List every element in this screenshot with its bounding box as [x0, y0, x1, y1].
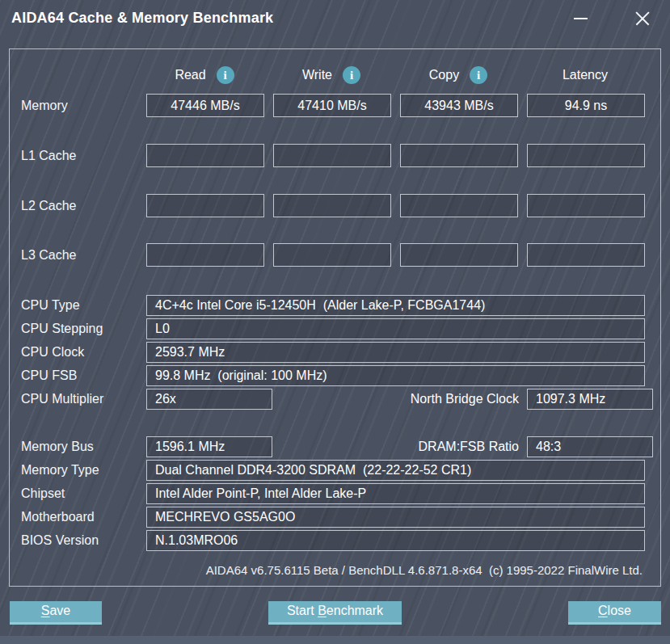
label-north-bridge-clock: North Bridge Clock — [325, 389, 519, 410]
column-header-read-label: Read — [175, 68, 205, 82]
save-button[interactable]: Save — [10, 601, 102, 625]
row-label-bios-version: BIOS Version — [21, 530, 146, 551]
label-dram-fsb-ratio: DRAM:FSB Ratio — [325, 436, 519, 457]
minimize-icon — [574, 18, 588, 19]
row-label-cpu-stepping: CPU Stepping — [21, 318, 146, 339]
cpu-fsb-value: 99.8 MHz (original: 100 MHz) — [146, 365, 645, 386]
memory-bus-value: 1596.1 MHz — [146, 436, 272, 457]
close-button-label-post: lose — [608, 604, 631, 618]
l3-read-value — [146, 243, 264, 267]
l2-write-value — [273, 194, 391, 217]
memory-write-value: 47410 MB/s — [273, 94, 391, 117]
row-label-motherboard: Motherboard — [21, 507, 146, 528]
row-label-l3-cache: L3 Cache — [21, 243, 146, 267]
cpu-multiplier-value: 26x — [146, 389, 272, 410]
column-header-latency-label: Latency — [563, 68, 608, 82]
info-icon[interactable]: i — [343, 66, 360, 84]
info-icon[interactable]: i — [470, 66, 487, 84]
l1-write-value — [273, 144, 391, 167]
info-icon[interactable]: i — [217, 66, 234, 84]
column-header-write: Write i — [273, 65, 390, 85]
motherboard-value: MECHREVO GS5AG0O — [146, 507, 645, 528]
l1-read-value — [146, 144, 264, 167]
start-benchmark-label-post: enchmark — [327, 604, 383, 618]
start-benchmark-label-pre: Start — [287, 604, 318, 618]
row-label-cpu-clock: CPU Clock — [21, 342, 146, 363]
memory-latency-value: 94.9 ns — [527, 94, 645, 117]
window-bottom-edge — [0, 636, 670, 644]
window-title: AIDA64 Cache & Memory Benchmark — [11, 10, 273, 27]
row-label-l2-cache: L2 Cache — [21, 194, 146, 217]
memory-copy-value: 43943 MB/s — [400, 94, 518, 117]
save-button-label-key: S — [41, 604, 50, 618]
title-bar: AIDA64 Cache & Memory Benchmark — [0, 0, 670, 48]
column-header-write-label: Write — [302, 68, 332, 82]
row-label-l1-cache: L1 Cache — [21, 144, 146, 167]
l1-latency-value — [527, 144, 645, 167]
cpu-clock-value: 2593.7 MHz — [146, 342, 645, 363]
row-label-chipset: Chipset — [21, 483, 146, 504]
version-copyright-text: AIDA64 v6.75.6115 Beta / BenchDLL 4.6.87… — [206, 563, 643, 577]
close-window-button[interactable] — [626, 3, 659, 34]
save-button-label-post: ave — [49, 604, 70, 618]
cpu-stepping-value: L0 — [146, 318, 645, 339]
benchmark-panel: Read i Write i Copy i Latency Memory 474… — [9, 48, 661, 587]
start-benchmark-button[interactable]: Start Benchmark — [268, 601, 402, 625]
row-label-cpu-type: CPU Type — [21, 295, 146, 316]
l2-read-value — [146, 194, 264, 217]
row-label-memory-type: Memory Type — [21, 460, 146, 481]
l1-copy-value — [400, 144, 518, 167]
row-label-memory: Memory — [21, 94, 146, 117]
l3-write-value — [273, 243, 391, 267]
row-label-cpu-multiplier: CPU Multiplier — [21, 389, 146, 410]
close-button[interactable]: Close — [568, 601, 661, 625]
column-header-copy-label: Copy — [429, 68, 459, 82]
chipset-value: Intel Alder Point-P, Intel Alder Lake-P — [146, 483, 645, 504]
cpu-type-value: 4C+4c Intel Core i5-12450H (Alder Lake-P… — [146, 295, 645, 316]
column-header-latency: Latency — [527, 65, 643, 85]
l3-latency-value — [527, 243, 645, 267]
close-button-label-key: C — [598, 604, 608, 618]
bios-version-value: N.1.03MRO06 — [146, 530, 645, 551]
memory-read-value: 47446 MB/s — [146, 94, 264, 117]
l2-latency-value — [527, 194, 645, 217]
memory-type-value: Dual Channel DDR4-3200 SDRAM (22-22-22-5… — [146, 460, 645, 481]
row-label-cpu-fsb: CPU FSB — [21, 365, 146, 386]
l2-copy-value — [400, 194, 518, 217]
minimize-button[interactable] — [564, 3, 596, 34]
north-bridge-clock-value: 1097.3 MHz — [527, 389, 653, 410]
column-header-read: Read i — [146, 65, 263, 85]
aida64-benchmark-window: { "colors": { "accent": "#58a8bd", "butt… — [0, 0, 670, 644]
dram-fsb-ratio-value: 48:3 — [527, 436, 653, 457]
start-benchmark-label-key: B — [318, 604, 327, 618]
close-icon — [634, 11, 651, 27]
l3-copy-value — [400, 243, 518, 267]
column-header-copy: Copy i — [400, 65, 516, 85]
row-label-memory-bus: Memory Bus — [21, 436, 146, 457]
